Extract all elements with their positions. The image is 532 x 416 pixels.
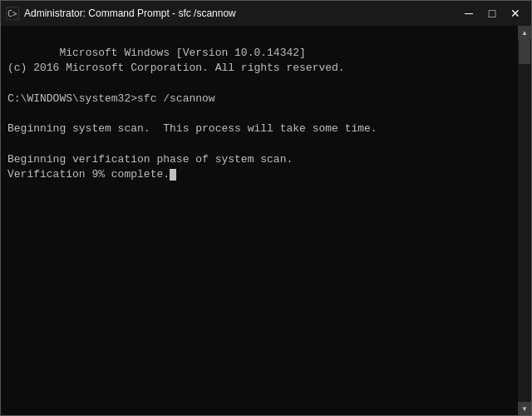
output-line-9: Verification 9% complete.: [7, 168, 170, 181]
scrollbar-thumb[interactable]: [519, 39, 530, 64]
cmd-icon: C>: [6, 7, 19, 20]
output-line-1: Microsoft Windows [Version 10.0.14342]: [59, 47, 305, 59]
title-bar-buttons: ─ □ ✕: [458, 5, 526, 22]
maximize-button[interactable]: □: [481, 5, 503, 22]
output-line-2: (c) 2016 Microsoft Corporation. All righ…: [7, 62, 345, 74]
title-bar: C> Administrator: Command Prompt - sfc /…: [1, 1, 531, 26]
output-line-8: Beginning verification phase of system s…: [7, 153, 293, 166]
scrollbar-thumb-area: [518, 39, 531, 402]
title-bar-left: C> Administrator: Command Prompt - sfc /…: [6, 7, 236, 20]
terminal-output: Microsoft Windows [Version 10.0.14342] (…: [7, 31, 511, 197]
command-prompt-window: C> Administrator: Command Prompt - sfc /…: [0, 0, 532, 416]
scrollbar[interactable]: ▲ ▼: [518, 26, 531, 415]
cursor: [170, 169, 176, 181]
scroll-down-arrow[interactable]: ▼: [518, 402, 531, 415]
output-line-4: C:\WINDOWS\system32>sfc /scannow: [7, 92, 215, 105]
output-line-6: Beginning system scan. This process will…: [7, 122, 377, 135]
terminal-area: Microsoft Windows [Version 10.0.14342] (…: [1, 26, 531, 415]
title-text: Administrator: Command Prompt - sfc /sca…: [24, 7, 236, 19]
terminal[interactable]: Microsoft Windows [Version 10.0.14342] (…: [1, 26, 518, 415]
scroll-up-arrow[interactable]: ▲: [518, 26, 531, 39]
svg-text:C>: C>: [7, 9, 17, 18]
minimize-button[interactable]: ─: [458, 5, 480, 22]
close-button[interactable]: ✕: [505, 5, 526, 22]
